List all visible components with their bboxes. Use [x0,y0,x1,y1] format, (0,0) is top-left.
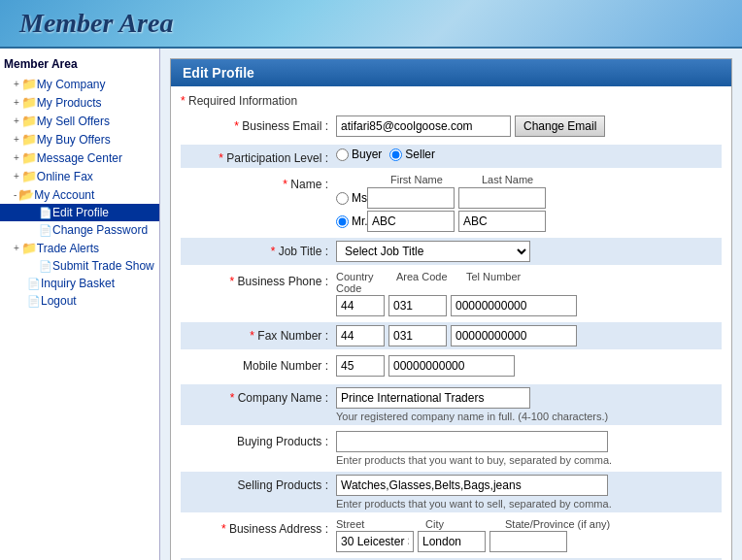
expand-icon: + [14,79,19,89]
selling-products-content: Enter products that you want to sell, se… [336,475,722,510]
sidebar-item-my-sell-offers[interactable]: + 📁 My Sell Offers [0,112,159,130]
business-phone-ac-input[interactable] [388,295,447,316]
sidebar-item-my-buy-offers[interactable]: + 📁 My Buy Offers [0,130,159,148]
sidebar-label-online-fax: Online Fax [37,170,93,183]
business-phone-content: Country Code Area Code Tel Number [336,271,722,316]
sidebar-label-change-password: Change Password [52,223,148,237]
required-note: * Required Information [181,94,722,108]
sidebar-item-online-fax[interactable]: + 📁 Online Fax [0,167,159,185]
business-phone-label: * Business Phone : [181,271,336,288]
sidebar-label-my-sell-offers: My Sell Offers [37,115,110,128]
last-name-input[interactable] [458,211,546,232]
first-name-header: First Name [390,174,478,185]
sidebar-item-my-products[interactable]: + 📁 My Products [0,93,159,112]
business-address-label: * Business Address : [181,518,336,536]
sidebar-label-my-company: My Company [37,78,106,91]
sidebar-label-logout: Logout [41,294,77,308]
business-phone-tel-input[interactable] [451,295,577,316]
expand-icon: + [14,115,19,126]
expand-icon: + [14,152,19,163]
buyer-radio[interactable] [336,148,349,161]
fax-cc-input[interactable] [336,325,385,346]
fax-ac-input[interactable] [388,325,447,346]
first-name-input[interactable] [367,211,455,232]
buying-products-input[interactable] [336,431,608,452]
mobile-label: Mobile Number : [181,355,336,373]
sidebar-item-message-center[interactable]: + 📁 Message Center [0,148,159,167]
participation-label: * Participation Level : [181,148,336,165]
buying-products-row: Buying Products : Enter products that yo… [181,431,722,466]
sidebar-item-my-account[interactable]: - 📂 My Account [0,185,159,204]
ms-radio[interactable] [336,192,349,205]
buying-products-hint: Enter products that you want to buy, sep… [336,454,722,466]
sidebar-label-inquiry-basket: Inquiry Basket [41,277,115,290]
business-phone-cc-input[interactable] [336,295,385,316]
mr-radio-label[interactable]: Mr. [336,214,363,228]
business-email-content: Change Email [336,115,722,137]
sidebar-item-submit-trade-show[interactable]: 📄 Submit Trade Show [0,257,159,275]
seller-radio-label[interactable]: Seller [389,148,435,161]
header: Member Area [0,0,742,49]
tel-header: Tel Number [466,271,521,294]
sidebar-item-change-password[interactable]: 📄 Change Password [0,221,159,239]
expand-icon: - [14,189,17,200]
buyer-radio-label[interactable]: Buyer [336,148,382,161]
header-title: Member Area [19,8,173,39]
job-title-row: * Job Title : Select Job Title Manager D… [181,238,722,265]
fax-tel-input[interactable] [451,325,577,346]
last-name-header: Last Name [482,174,533,185]
selling-products-input[interactable] [336,475,608,496]
folder-icon: 📁 [21,77,37,91]
job-title-label: * Job Title : [181,241,336,258]
mr-radio[interactable] [336,215,349,228]
selling-products-label: Selling Products : [181,475,336,492]
street-input[interactable] [336,531,414,552]
sidebar-item-my-company[interactable]: + 📁 My Company [0,75,159,93]
required-star: * [181,94,186,108]
company-name-row: * Company Name : Your registered company… [181,384,722,425]
seller-radio[interactable] [389,148,402,161]
fax-inputs [336,325,722,346]
change-email-button[interactable]: Change Email [515,115,605,137]
name-label: * Name : [181,174,336,191]
page-icon: 📄 [39,260,52,273]
mr-label: Mr. [352,214,368,228]
mobile-content [336,355,722,377]
folder-icon: 📁 [21,241,37,255]
sidebar-label-message-center: Message Center [37,151,122,165]
mobile-tel-input[interactable] [388,355,515,377]
sidebar-item-trade-alerts[interactable]: + 📁 Trade Alerts [0,239,159,257]
business-email-input[interactable] [336,115,511,137]
folder-icon: 📁 [21,132,37,147]
mobile-cc-input[interactable] [336,355,385,377]
page-icon: 📄 [39,207,52,219]
selling-products-row: Selling Products : Enter products that y… [181,472,722,512]
company-name-hint: Your registered company name in full. (4… [336,411,722,422]
address-inputs [336,531,722,552]
folder-icon: 📁 [21,169,37,183]
sidebar-label-submit-trade-show: Submit Trade Show [52,259,154,273]
expand-icon: + [14,243,19,253]
ms-radio-label[interactable]: Ms. [336,191,363,205]
job-title-select[interactable]: Select Job Title Manager Director CEO Ow… [336,241,530,262]
street-header: Street [336,518,414,530]
business-phone-row: * Business Phone : Country Code Area Cod… [181,271,722,316]
panel-header: Edit Profile [171,59,731,86]
fax-row: * Fax Number : [181,322,722,349]
business-address-content: Street City State/Province (if any) [336,518,722,552]
expand-icon: + [14,134,19,145]
company-name-input[interactable] [336,387,530,409]
folder-icon: 📁 [21,150,37,165]
buying-products-content: Enter products that you want to buy, sep… [336,431,722,466]
sidebar-item-edit-profile[interactable]: 📄 Edit Profile [0,204,159,221]
state-header: State/Province (if any) [505,518,610,530]
sidebar-label-edit-profile: Edit Profile [52,206,109,219]
state-input[interactable] [489,531,567,552]
last-name-ms-input[interactable] [458,187,546,209]
expand-icon: + [14,97,19,108]
city-input[interactable] [418,531,486,552]
first-name-ms-input[interactable] [367,187,455,209]
sidebar-item-inquiry-basket[interactable]: 📄 Inquiry Basket [0,275,159,292]
sidebar-item-logout[interactable]: 📄 Logout [0,292,159,310]
sidebar-label-my-buy-offers: My Buy Offers [37,133,111,147]
